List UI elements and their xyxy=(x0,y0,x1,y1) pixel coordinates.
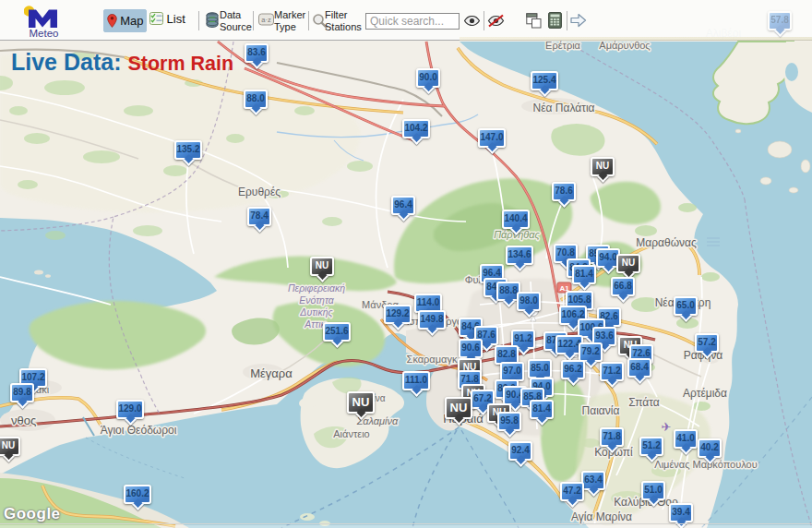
svg-text:Άγιοι Θεόδωροι: Άγιοι Θεόδωροι xyxy=(101,424,177,437)
svg-text:Παιανία: Παιανία xyxy=(582,404,620,417)
svg-text:Ερέτρια: Ερέτρια xyxy=(545,40,581,51)
svg-text:Δυτικής: Δυτικής xyxy=(299,306,333,318)
svg-text:Αμάρυνθος: Αμάρυνθος xyxy=(599,40,650,51)
svg-text:Σπάτα: Σπάτα xyxy=(628,396,659,409)
svg-text:✈: ✈ xyxy=(662,420,672,434)
svg-text:Αγία Μαρίνα: Αγία Μαρίνα xyxy=(571,510,632,523)
svg-text:Αρτέμιδα: Αρτέμιδα xyxy=(683,387,727,400)
svg-text:Μέγαρα: Μέγαρα xyxy=(250,366,293,380)
svg-text:Νέα Παλάτια: Νέα Παλάτια xyxy=(533,102,595,114)
svg-text:Μαραθώνας: Μαραθώνας xyxy=(636,236,697,249)
svg-text:Σκαραμαγκ: Σκαραμαγκ xyxy=(407,354,458,365)
svg-text:Ενότητα: Ενότητα xyxy=(299,294,334,306)
svg-text:ίνα: ίνα xyxy=(373,393,385,403)
svg-text:Meteo: Meteo xyxy=(30,28,59,39)
svg-text:νθος: νθος xyxy=(11,414,36,427)
svg-text:Αιάντειο: Αιάντειο xyxy=(333,428,369,439)
svg-text:a·z: a·z xyxy=(261,16,271,24)
svg-text:Περιφερειακή: Περιφερειακή xyxy=(288,282,345,294)
svg-text:Ερυθρές: Ερυθρές xyxy=(238,186,281,198)
